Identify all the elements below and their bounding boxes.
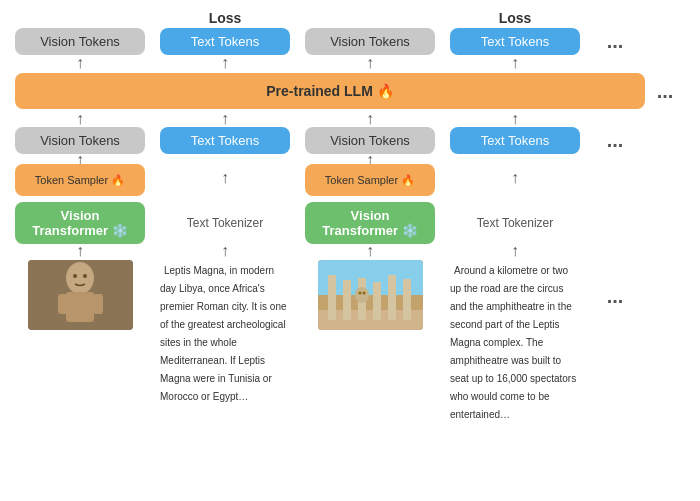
llm-box: Pre-trained LLM 🔥 <box>15 73 645 109</box>
caption-text-2: Around a kilometre or two up the road ar… <box>450 263 576 422</box>
arrow-up-2: ↑ <box>160 54 290 72</box>
arrow-down-3: ↑ <box>305 110 435 128</box>
svg-point-1 <box>66 262 94 294</box>
token-sampler-2: Token Sampler 🔥 <box>305 164 435 196</box>
arrow-ts-2: ↑ <box>366 156 374 164</box>
vision-transformer-label-1: Vision Transformer ❄️ <box>21 208 139 238</box>
llm-label: Pre-trained LLM 🔥 <box>266 83 393 99</box>
text-col4: Around a kilometre or two up the road ar… <box>450 260 580 422</box>
svg-point-6 <box>83 274 87 278</box>
arrow-down-4: ↑ <box>450 110 580 128</box>
dots-2: ... <box>595 127 635 154</box>
text-tokenizer-1: Text Tokenizer <box>160 202 290 244</box>
text-tokens-mid-2: Text Tokens <box>450 127 580 154</box>
arrow-col2-mid: ↑ <box>221 156 229 200</box>
arrow-vt-1: ↑ <box>15 242 145 260</box>
text-tokens-mid-1: Text Tokens <box>160 127 290 154</box>
svg-point-16 <box>355 287 369 303</box>
vision-tokens-mid-1: Vision Tokens <box>15 127 145 154</box>
svg-point-18 <box>362 292 365 295</box>
vision-transformer-label-2: Vision Transformer ❄️ <box>311 208 429 238</box>
ruins-image <box>318 260 423 330</box>
svg-rect-14 <box>388 275 396 320</box>
loss-label-1: Loss <box>209 10 242 26</box>
arrow-col4-mid: ↑ <box>511 156 519 200</box>
svg-rect-11 <box>343 280 351 320</box>
arrow-vt-2: ↑ <box>305 242 435 260</box>
text-tokenizer-label-2: Text Tokenizer <box>477 216 553 230</box>
svg-point-5 <box>73 274 77 278</box>
dots-1: ... <box>595 28 635 55</box>
vision-transformer-1: Vision Transformer ❄️ <box>15 202 145 244</box>
caption-text-1: Leptis Magna, in modern day Libya, once … <box>160 263 287 404</box>
text-col2: Leptis Magna, in modern day Libya, once … <box>160 260 290 404</box>
svg-rect-2 <box>66 292 94 322</box>
text-tokens-top-1: Text Tokens <box>160 28 290 55</box>
loss-label-2: Loss <box>499 10 532 26</box>
svg-rect-3 <box>58 294 68 314</box>
arrow-down-1: ↑ <box>15 110 145 128</box>
arrow-ts-1: ↑ <box>76 156 84 164</box>
svg-rect-10 <box>328 275 336 320</box>
image-col3 <box>305 260 435 330</box>
vision-transformer-2: Vision Transformer ❄️ <box>305 202 435 244</box>
text-tokenizer-2: Text Tokenizer <box>450 202 580 244</box>
arrow-up-4: ↑ <box>450 54 580 72</box>
token-sampler-1: Token Sampler 🔥 <box>15 164 145 196</box>
svg-point-17 <box>358 292 361 295</box>
vision-tokens-mid-2: Vision Tokens <box>305 127 435 154</box>
image-col1 <box>15 260 145 330</box>
architecture-diagram: Loss Loss Vision Tokens Text Tokens Visi… <box>0 0 700 501</box>
arrow-tt-1: ↑ <box>160 242 290 260</box>
text-tokens-top-2: Text Tokens <box>450 28 580 55</box>
arrow-up-1: ↑ <box>15 54 145 72</box>
text-tokenizer-label-1: Text Tokenizer <box>187 216 263 230</box>
dots-llm: ... <box>645 80 685 103</box>
svg-rect-13 <box>373 282 381 320</box>
vision-tokens-top-1: Vision Tokens <box>15 28 145 55</box>
svg-rect-15 <box>403 279 411 320</box>
vision-tokens-top-2: Vision Tokens <box>305 28 435 55</box>
dots-bottom: ... <box>595 260 635 308</box>
arrow-tt-2: ↑ <box>450 242 580 260</box>
arrow-down-2: ↑ <box>160 110 290 128</box>
svg-rect-4 <box>93 294 103 314</box>
arrow-up-3: ↑ <box>305 54 435 72</box>
statue-image <box>28 260 133 330</box>
